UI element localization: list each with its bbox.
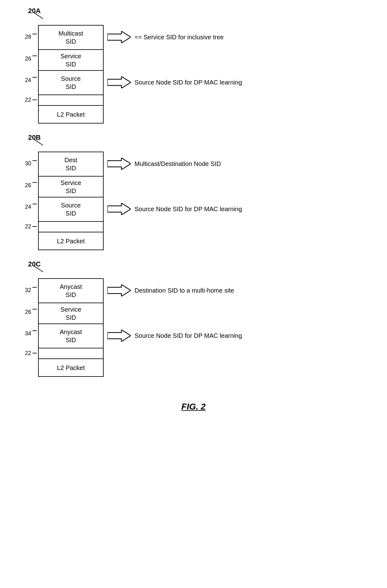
packet-stack-20a: Multicast SID Service SID Source SID L2 … [38,25,104,124]
arrows-20a: == Service SID for inclusive tree Source… [107,25,242,124]
cell-empty-c [39,348,103,359]
diagram-20b: 20B 30 26 24 22 [25,142,242,250]
num-32: 32 [25,278,37,303]
cell-l2-c: L2 Packet [39,359,103,376]
arrows-20c: Destination SID to a multi-home site Sou… [107,278,242,377]
svg-marker-5 [107,203,131,215]
cell-dest-sid-b: Dest SID [39,152,103,177]
arrow-row-anycast-bot-c: Source Node SID for DP MAC learning [107,323,242,348]
svg-marker-2 [107,76,131,88]
arrows-20b: Multicast/Destination Node SID Source No… [107,152,242,250]
hollow-arrow-source-b [107,203,131,215]
hollow-arrow-multicast-a [107,31,131,43]
svg-marker-7 [107,284,131,296]
diagram-20c: 20C 32 26 34 22 [25,269,242,377]
left-numbers-20a: 28 26 24 22 [25,25,37,124]
label-source-b: Source Node SID for DP MAC learning [135,206,242,213]
cell-empty-a [39,95,103,106]
arrow-row-dest-b: Multicast/Destination Node SID [107,152,242,176]
spacer-service-c [107,303,242,323]
svg-line-3 [34,139,43,145]
spacer-service-b [107,176,242,197]
cell-multicast-sid-a: Multicast SID [39,26,103,50]
cell-source-sid-b: Source SID [39,197,103,222]
svg-line-0 [34,12,43,19]
num-24a: 24 [25,70,37,95]
left-numbers-20c: 32 26 34 22 [25,278,37,377]
cell-anycast-sid-bot-c: Anycast SID [39,324,103,348]
packet-stack-20b: Dest SID Service SID Source SID L2 Packe… [38,152,104,250]
packet-stack-20c: Anycast SID Service SID Anycast SID L2 P… [38,278,104,377]
20c-arrow-icon [34,266,49,275]
left-numbers-20b: 30 26 24 22 [25,152,37,250]
svg-marker-1 [107,31,131,43]
svg-marker-8 [107,330,131,342]
svg-marker-4 [107,158,131,170]
label-dest-b: Multicast/Destination Node SID [135,160,221,168]
20a-arrow-icon [34,12,49,22]
20b-arrow-icon [34,139,49,148]
cell-anycast-sid-top-c: Anycast SID [39,279,103,303]
hollow-arrow-dest-b [107,158,131,170]
num-22b: 22 [25,221,37,232]
label-source-a: Source Node SID for DP MAC learning [135,79,242,86]
num-28: 28 [25,25,37,49]
num-26a: 26 [25,49,37,70]
arrow-row-multicast-a: == Service SID for inclusive tree [107,25,242,49]
main-container: 20A 28 26 24 22 [6,6,381,421]
cell-source-sid-a: Source SID [39,71,103,95]
arrow-row-source-a: Source Node SID for DP MAC learning [107,70,242,95]
label-anycast-top-c: Destination SID to a multi-home site [135,287,234,294]
cell-l2-b: L2 Packet [39,232,103,250]
label-anycast-bot-c: Source Node SID for DP MAC learning [135,332,242,339]
num-22c: 22 [25,348,37,358]
figure-label-container: FIG. 2 [25,402,362,412]
num-22a: 22 [25,95,37,105]
hollow-arrow-source-a [107,76,131,88]
cell-service-sid-a: Service SID [39,50,103,71]
hollow-arrow-anycast-top-c [107,284,131,296]
cell-empty-b [39,222,103,232]
diagram-20a: 20A 28 26 24 22 [25,16,242,124]
cell-service-sid-c: Service SID [39,303,103,324]
spacer-service-a [107,49,242,70]
num-24b: 24 [25,197,37,221]
num-30: 30 [25,152,37,176]
label-multicast-a: == Service SID for inclusive tree [135,34,224,41]
num-34: 34 [25,323,37,348]
hollow-arrow-anycast-bot-c [107,330,131,342]
svg-line-6 [34,266,43,272]
arrow-row-source-b: Source Node SID for DP MAC learning [107,197,242,221]
num-26c: 26 [25,303,37,323]
figure-label: FIG. 2 [181,402,206,411]
num-26b: 26 [25,176,37,197]
arrow-row-anycast-top-c: Destination SID to a multi-home site [107,278,242,303]
cell-service-sid-b: Service SID [39,177,103,197]
cell-l2-a: L2 Packet [39,106,103,123]
